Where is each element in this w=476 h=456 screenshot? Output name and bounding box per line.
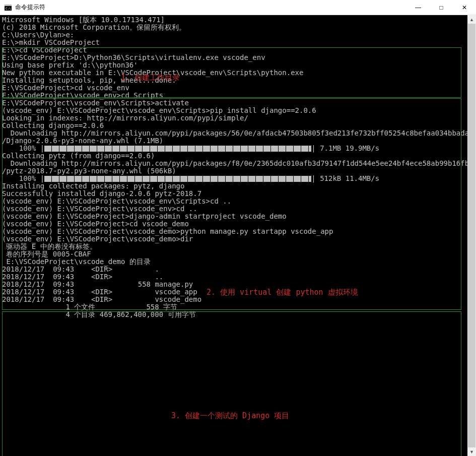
- progress-prefix: 100% |: [2, 174, 44, 182]
- window-frame: C:\ 命令提示符 — □ ✕ Microsoft Windows [版本 10…: [0, 0, 476, 456]
- svg-rect-1: [5, 5, 12, 6]
- terminal-line: 1 个文件 558 字节: [2, 303, 467, 311]
- svg-text:C:\: C:\: [6, 7, 11, 10]
- terminal-line: 驱动器 E 中的卷没有标签。: [2, 243, 467, 250]
- terminal-line: E:\VSCodeProject\vscode_env\Scripts>acti…: [2, 99, 467, 107]
- terminal-line: /Django-2.0.6-py3-none-any.whl (7.1MB): [2, 137, 467, 145]
- annotation-label-3: 3. 创建一个测试的 Django 项目: [171, 411, 289, 421]
- vertical-scrollbar[interactable]: ▲ ▼: [467, 15, 476, 456]
- progress-bar: [44, 176, 311, 182]
- terminal-line: (vscode_env) E:\VSCodeProject\vscode_env…: [2, 198, 467, 205]
- progress-bar: [44, 146, 311, 152]
- terminal-line: Microsoft Windows [版本 10.0.17134.471]: [2, 16, 467, 24]
- terminal-line: Using base prefix 'd:\\python36': [2, 61, 467, 69]
- terminal-line: E:\VSCodeProject\vscode_env>cd Scripts: [2, 92, 467, 99]
- terminal-line: 2018/12/17 09:43 <DIR> .: [2, 266, 467, 273]
- terminal-output[interactable]: Microsoft Windows [版本 10.0.17134.471](c)…: [0, 15, 467, 456]
- terminal-line: New python executable in E:\VSCodeProjec…: [2, 69, 467, 77]
- terminal-line: Installing collected packages: pytz, dja…: [2, 182, 467, 190]
- terminal-line: E:\VSCodeProject\vscode_demo 的目录: [2, 258, 467, 266]
- terminal-line: 2018/12/17 09:43 <DIR> ..: [2, 273, 467, 281]
- terminal-line: E:\VSCodeProject>cd vscode_env: [2, 84, 467, 92]
- progress-prefix: 100% |: [2, 144, 44, 152]
- progress-line: 100% || 512kB 11.4MB/s: [2, 175, 467, 182]
- title-bar[interactable]: C:\ 命令提示符 — □ ✕: [0, 0, 476, 15]
- terminal-line: (vscode_env) E:\VSCodeProject\vscode_env…: [2, 205, 467, 213]
- terminal-line: /pytz-2018.7-py2.py3-none-any.whl (506kB…: [2, 167, 467, 175]
- terminal-line: E:\VSCodeProject>D:\Python36\Scripts\vir…: [2, 54, 467, 61]
- terminal-line: (vscode_env) E:\VSCodeProject>cd vscode_…: [2, 220, 467, 228]
- terminal-line: Looking in indexes: http://mirrors.aliyu…: [2, 114, 467, 122]
- scrollbar-track[interactable]: [467, 24, 476, 447]
- terminal-line: 4 个目录 469,862,400,000 可用字节: [2, 311, 467, 318]
- scrollbar-thumb[interactable]: [468, 24, 475, 447]
- progress-suffix: | 512kB 11.4MB/s: [311, 174, 379, 182]
- scroll-up-button[interactable]: ▲: [467, 15, 476, 24]
- minimize-icon: —: [415, 4, 421, 11]
- progress-suffix: | 7.1MB 19.9MB/s: [311, 144, 379, 152]
- maximize-icon: □: [439, 4, 443, 11]
- terminal-line: Successfully installed django-2.0.6 pytz…: [2, 190, 467, 198]
- terminal-line: C:\Users\Dylan>e:: [2, 31, 467, 39]
- terminal-line: Downloading http://mirrors.aliyun.com/py…: [2, 160, 467, 167]
- progress-line: 100% || 7.1MB 19.9MB/s: [2, 145, 467, 152]
- terminal-line: Collecting pytz (from django==2.0.6): [2, 152, 467, 160]
- terminal-line: (vscode_env) E:\VSCodeProject\vscode_dem…: [2, 228, 467, 235]
- terminal-line: Installing setuptools, pip, wheel...done…: [2, 77, 467, 84]
- scroll-down-button[interactable]: ▼: [467, 447, 476, 456]
- terminal-line: E:\>mkdir VSCodeProject: [2, 39, 467, 46]
- terminal-line: (vscode_env) E:\VSCodeProject\vscode_env…: [2, 107, 467, 114]
- content-area: Microsoft Windows [版本 10.0.17134.471](c)…: [0, 15, 476, 456]
- terminal-line: (vscode_env) E:\VSCodeProject\vscode_dem…: [2, 235, 467, 243]
- close-icon: ✕: [462, 4, 467, 11]
- cmd-icon: C:\: [4, 4, 12, 12]
- terminal-line: E:\>cd VSCodeProject: [2, 46, 467, 54]
- terminal-line: 卷的序列号是 0005-CBAF: [2, 250, 467, 258]
- chevron-down-icon: ▼: [469, 449, 474, 454]
- maximize-button[interactable]: □: [430, 0, 453, 15]
- annotation-label-2: 2. 使用 virtual 创建 python 虚拟环境: [207, 288, 358, 297]
- terminal-line: Downloading http://mirrors.aliyun.com/py…: [2, 129, 467, 137]
- annotation-label-1: 1. 创建工作目录: [121, 73, 180, 83]
- terminal-line: (vscode_env) E:\VSCodeProject>django-adm…: [2, 213, 467, 220]
- chevron-up-icon: ▲: [469, 17, 474, 22]
- terminal-line: 2018/12/17 09:43 558 manage.py: [2, 281, 467, 288]
- close-button[interactable]: ✕: [453, 0, 476, 15]
- minimize-button[interactable]: —: [406, 0, 430, 15]
- terminal-line: Collecting django==2.0.6: [2, 122, 467, 129]
- window-title: 命令提示符: [15, 3, 45, 12]
- terminal-line: (c) 2018 Microsoft Corporation。保留所有权利。: [2, 24, 467, 31]
